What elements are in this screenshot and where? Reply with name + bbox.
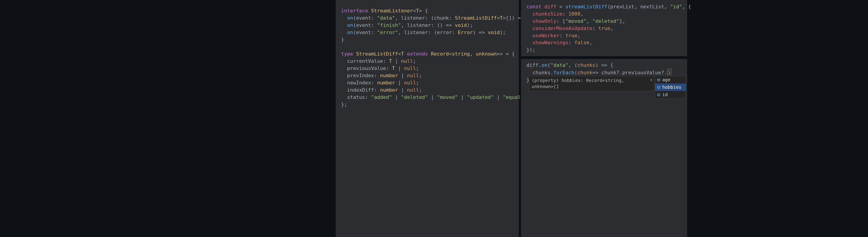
code-panel-right-bottom: diff.on("data", (chunks) => { chunks.for…: [521, 59, 687, 237]
tooltip-text: (property) hobbies: Record<string, unkno…: [532, 78, 624, 89]
autocomplete-label: age: [662, 76, 671, 83]
code-line: newIndex: number | null;: [341, 79, 517, 87]
code-line: previousValue: T | null;: [341, 65, 517, 72]
code-line: on(event: "data", listener: (chunk: Stre…: [341, 14, 517, 22]
code-line: showWarnings: false,: [526, 39, 685, 46]
autocomplete-label: id: [662, 92, 668, 98]
field-icon: [657, 86, 660, 89]
code-line: type StreamListDiff<T extends Record<str…: [341, 50, 517, 58]
code-line-blank: [341, 43, 517, 50]
field-icon: [657, 78, 660, 82]
autocomplete-item-hobbies[interactable]: hobbies: [655, 83, 686, 91]
autocomplete-label: hobbies: [662, 84, 681, 91]
code-line: const diff = streamListDiff(prevList, ne…: [526, 3, 685, 10]
autocomplete-item-age[interactable]: age: [655, 76, 686, 83]
code-panel-right-top: const diff = streamListDiff(prevList, ne…: [521, 0, 687, 56]
code-line: diff.on("data", (chunks) => {: [526, 62, 687, 69]
code-line: interface StreamListener<T> {: [341, 7, 517, 14]
intellisense-tooltip: (property) hobbies: Record<string, unkno…: [529, 76, 655, 91]
code-line: prevIndex: number | null;: [341, 72, 517, 79]
cursor-position[interactable]: ): [667, 69, 671, 76]
code-line: showOnly: ["moved", "deleted"],: [526, 18, 685, 25]
field-icon: [657, 93, 660, 97]
autocomplete-popup[interactable]: age hobbies id: [655, 76, 686, 99]
code-line: status: "added" | "deleted" | "moved" | …: [341, 94, 517, 101]
code-line: currentValue: T | null;: [341, 58, 517, 65]
code-line: useWorker: true,: [526, 32, 685, 39]
code-panel-left: interface StreamListener<T> { on(event: …: [336, 0, 519, 237]
code-line: considerMoveAsUpdate: true,: [526, 25, 685, 32]
code-line: chunks.forEach(chunk=> chunk?.previousVa…: [526, 69, 687, 76]
code-line: }: [341, 36, 517, 43]
code-line: on(event: "finish", listener: () => void…: [341, 22, 517, 29]
code-line: on(event: "error", listener: (error: Err…: [341, 29, 517, 36]
code-line: });: [526, 46, 685, 54]
code-line: };: [341, 101, 517, 108]
close-icon[interactable]: ×: [650, 77, 653, 82]
code-line: indexDiff: number | null;: [341, 87, 517, 94]
autocomplete-item-id[interactable]: id: [655, 91, 686, 98]
code-line: chunksSize: 1000,: [526, 10, 685, 18]
